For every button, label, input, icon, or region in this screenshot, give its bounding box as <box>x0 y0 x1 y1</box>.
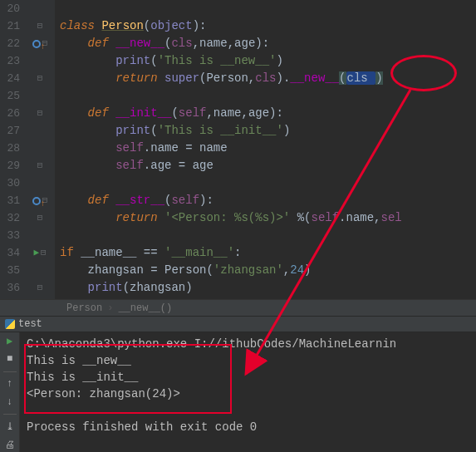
line-number-gutter: 2021222324252627282930313233343536 <box>0 0 25 299</box>
line-number: 21 <box>3 17 20 35</box>
up-button[interactable]: ↑ <box>2 377 17 391</box>
gutter-cell[interactable] <box>25 140 55 157</box>
line-number: 34 <box>3 244 20 262</box>
breadcrumb[interactable]: Person › __new__() <box>0 299 476 316</box>
breadcrumb-class[interactable]: Person <box>66 302 102 314</box>
breadcrumb-method[interactable]: __new__() <box>118 302 172 314</box>
gutter-cell[interactable]: ⊟ <box>25 279 55 297</box>
console-line: <Person: zhangsan(24)> <box>27 386 469 402</box>
separator <box>3 414 17 415</box>
line-number: 29 <box>3 157 20 174</box>
code-line[interactable]: return '<Person: %s(%s)>' %(self.name,se… <box>60 209 476 227</box>
code-editor[interactable]: 2021222324252627282930313233343536 ⊟⊟⊟⊟⊟… <box>0 0 476 299</box>
line-number: 25 <box>3 87 20 105</box>
gutter-cell[interactable] <box>25 262 55 279</box>
line-number: 28 <box>3 140 20 157</box>
line-number: 36 <box>3 279 20 297</box>
gutter-cell[interactable]: ⊟ <box>25 192 55 209</box>
code-line[interactable]: def __str__(self): <box>60 192 476 209</box>
override-icon[interactable] <box>32 40 41 48</box>
gutter-cell[interactable]: ⊟ <box>25 35 55 52</box>
gutter-icons[interactable]: ⊟⊟⊟⊟⊟⊟⊟▶⊟⊟ <box>25 0 55 299</box>
chevron-right-icon: › <box>107 302 113 314</box>
code-line[interactable]: zhangsan = Person('zhangsan',24) <box>60 262 476 279</box>
code-line[interactable] <box>60 87 476 105</box>
gutter-cell[interactable] <box>25 0 55 17</box>
gutter-cell[interactable] <box>25 87 55 105</box>
code-line[interactable] <box>60 0 476 17</box>
stop-button[interactable]: ■ <box>2 351 17 366</box>
fold-icon[interactable]: ⊟ <box>37 70 43 87</box>
console-toolbar: ▶ ■ ↑ ↓ ⤓ 🖨 <box>0 332 20 452</box>
code-area[interactable]: class Person(object): def __new__(cls,na… <box>55 0 476 299</box>
code-line[interactable]: if __name__ == '__main__': <box>60 244 476 262</box>
separator <box>3 371 17 372</box>
override-icon[interactable] <box>32 197 41 205</box>
code-line[interactable]: self.name = name <box>60 140 476 157</box>
fold-icon[interactable]: ⊟ <box>37 157 43 174</box>
run-gutter-icon[interactable]: ▶ <box>33 244 39 262</box>
code-line[interactable]: return super(Person,cls).__new__(cls ) <box>60 70 476 87</box>
gutter-cell[interactable] <box>25 122 55 140</box>
fold-icon[interactable]: ⊟ <box>41 244 47 262</box>
rerun-button[interactable]: ▶ <box>2 334 17 348</box>
line-number: 22 <box>3 35 20 52</box>
code-line[interactable]: print('This is __new__') <box>60 52 476 70</box>
run-console: ▶ ■ ↑ ↓ ⤓ 🖨 C:\Anaconda3\python.exe I://… <box>0 332 476 452</box>
gutter-cell[interactable]: ▶⊟ <box>25 244 55 262</box>
gutter-cell[interactable]: ⊟ <box>25 105 55 122</box>
code-line[interactable] <box>60 174 476 192</box>
code-line[interactable]: class Person(object): <box>60 17 476 35</box>
gutter-cell[interactable]: ⊟ <box>25 70 55 87</box>
line-number: 23 <box>3 52 20 70</box>
down-button[interactable]: ↓ <box>2 395 17 409</box>
code-line[interactable]: def __init__(self,name,age): <box>60 105 476 122</box>
line-number: 20 <box>3 0 20 17</box>
console-output[interactable]: C:\Anaconda3\python.exe I://ithubCodes/M… <box>20 332 476 452</box>
line-number: 30 <box>3 174 20 192</box>
fold-icon[interactable]: ⊟ <box>37 279 43 297</box>
run-tool-tab[interactable]: test <box>0 316 476 332</box>
gutter-cell[interactable]: ⊟ <box>25 17 55 35</box>
console-line: This is __init__ <box>27 369 469 386</box>
line-number: 26 <box>3 105 20 122</box>
code-line[interactable]: def __new__(cls,name,age): <box>60 35 476 52</box>
line-number: 32 <box>3 209 20 227</box>
line-number: 35 <box>3 262 20 279</box>
code-line[interactable]: self.age = age <box>60 157 476 174</box>
line-number: 33 <box>3 227 20 244</box>
run-config-name: test <box>18 318 42 330</box>
gutter-cell[interactable]: ⊟ <box>25 157 55 174</box>
fold-icon[interactable]: ⊟ <box>37 105 43 122</box>
console-line: This is __new__ <box>27 352 469 369</box>
fold-icon[interactable]: ⊟ <box>37 17 43 35</box>
code-line[interactable]: print('This is __init__') <box>60 122 476 140</box>
console-line: Process finished with exit code 0 <box>27 419 469 435</box>
gutter-cell[interactable] <box>25 227 55 244</box>
code-line[interactable]: print(zhangsan) <box>60 279 476 297</box>
code-line[interactable] <box>60 227 476 244</box>
line-number: 31 <box>3 192 20 209</box>
gutter-cell[interactable] <box>25 174 55 192</box>
print-button[interactable]: 🖨 <box>2 438 17 452</box>
python-icon <box>5 319 15 329</box>
console-line: C:\Anaconda3\python.exe I://ithubCodes/M… <box>27 336 469 352</box>
console-line <box>27 402 469 419</box>
line-number: 24 <box>3 70 20 87</box>
scroll-to-end-button[interactable]: ⤓ <box>2 420 17 434</box>
line-number: 27 <box>3 122 20 140</box>
